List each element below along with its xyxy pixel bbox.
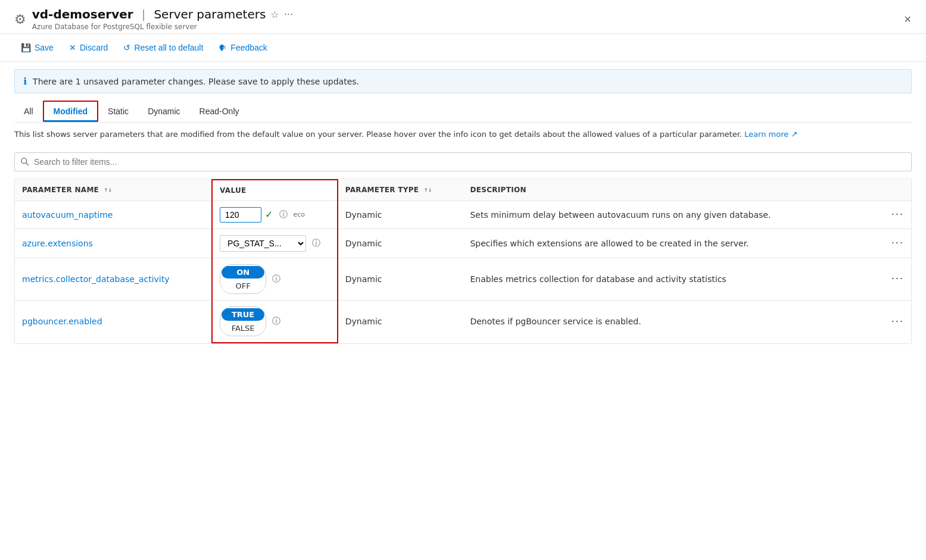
reset-icon: ↺: [123, 43, 130, 52]
value-input-autovacuum[interactable]: [220, 207, 261, 223]
info-banner: ℹ There are 1 unsaved parameter changes.…: [14, 69, 912, 93]
param-link-autovacuum[interactable]: autovacuum_naptime: [22, 210, 113, 220]
table-row: pgbouncer.enabled TRUE FALSE ⓘ Dynamic D…: [15, 300, 911, 343]
more-actions-autovacuum[interactable]: ···: [891, 209, 904, 220]
col-header-value: VALUE: [212, 180, 338, 201]
table-row: metrics.collector_database_activity ON O…: [15, 258, 911, 300]
info-btn-pgbouncer[interactable]: ⓘ: [272, 316, 280, 327]
param-name-metrics: metrics.collector_database_activity: [15, 258, 212, 300]
banner-message: There are 1 unsaved parameter changes. P…: [33, 77, 359, 86]
tabs: All Modified Static Dynamic Read-Only: [14, 101, 912, 123]
title-bar: ⚙ vd-demoserver | Server parameters ☆ ··…: [0, 0, 926, 34]
param-name-extensions: azure.extensions: [15, 229, 212, 258]
more-icon[interactable]: ···: [284, 9, 293, 20]
sort-icon-type[interactable]: ↑↓: [424, 188, 432, 193]
check-icon: ✓: [265, 209, 273, 220]
parameters-table: Parameter name ↑↓ VALUE Parameter type ↑…: [15, 179, 911, 343]
actions-metrics: ···: [858, 258, 911, 300]
sort-icon-param[interactable]: ↑↓: [104, 188, 113, 193]
feedback-label: Feedback: [230, 43, 267, 52]
tab-static[interactable]: Static: [98, 101, 138, 122]
discard-label: Discard: [80, 43, 108, 52]
dropdown-extensions: PG_STAT_S... ⓘ: [220, 235, 330, 252]
search-input[interactable]: [14, 152, 912, 171]
discard-icon: ✕: [69, 43, 76, 52]
tab-all[interactable]: All: [14, 101, 43, 122]
param-name-autovacuum: autovacuum_naptime: [15, 201, 212, 229]
actions-pgbouncer: ···: [858, 300, 911, 343]
description-metrics: Enables metrics collection for database …: [463, 258, 857, 300]
param-type-extensions: Dynamic: [338, 229, 463, 258]
info-icon: ℹ: [23, 76, 27, 87]
content-area: Parameter name ↑↓ VALUE Parameter type ↑…: [0, 152, 926, 344]
save-label: Save: [35, 43, 54, 52]
reset-button[interactable]: ↺ Reset all to default: [117, 39, 210, 57]
toggle-option-on[interactable]: ON: [222, 266, 264, 279]
info-btn-extensions[interactable]: ⓘ: [312, 238, 320, 249]
toggle-true-false-wrapper: TRUE FALSE ⓘ: [220, 306, 330, 336]
more-actions-metrics[interactable]: ···: [891, 273, 904, 284]
toggle-on-off: ON OFF: [220, 264, 266, 294]
table-header-row: Parameter name ↑↓ VALUE Parameter type ↑…: [15, 180, 911, 201]
toggle-on-off-wrapper: ON OFF ⓘ: [220, 264, 330, 294]
feedback-icon: 🗣: [219, 43, 227, 52]
gear-icon: ⚙: [14, 12, 26, 27]
reset-label: Reset all to default: [134, 43, 203, 52]
table-row: azure.extensions PG_STAT_S... ⓘ Dynamic …: [15, 229, 911, 258]
discard-button[interactable]: ✕ Discard: [63, 39, 114, 57]
description-pgbouncer: Denotes if pgBouncer service is enabled.: [463, 300, 857, 343]
star-icon[interactable]: ☆: [270, 9, 279, 20]
tab-readonly[interactable]: Read-Only: [190, 101, 249, 122]
toggle-option-false[interactable]: FALSE: [220, 322, 266, 334]
info-btn-metrics[interactable]: ⓘ: [272, 274, 280, 284]
col-header-actions: [858, 180, 911, 201]
save-icon: 💾: [21, 43, 31, 52]
title-left: ⚙ vd-demoserver | Server parameters ☆ ··…: [14, 7, 293, 31]
col-header-param-name: Parameter name ↑↓: [15, 180, 212, 201]
title-row: vd-demoserver | Server parameters ☆ ··· …: [32, 7, 293, 31]
param-type-metrics: Dynamic: [338, 258, 463, 300]
table-container: Parameter name ↑↓ VALUE Parameter type ↑…: [14, 179, 912, 344]
eco-tag: eco: [294, 211, 305, 218]
tab-dynamic[interactable]: Dynamic: [138, 101, 189, 122]
subtitle: Azure Database for PostgreSQL flexible s…: [32, 23, 293, 31]
title-divider: |: [142, 7, 146, 21]
param-link-metrics[interactable]: metrics.collector_database_activity: [22, 274, 170, 284]
value-cell-extensions: PG_STAT_S... ⓘ: [212, 229, 338, 258]
param-type-autovacuum: Dynamic: [338, 201, 463, 229]
more-actions-pgbouncer[interactable]: ···: [891, 316, 904, 327]
toggle-true-false: TRUE FALSE: [220, 306, 266, 336]
save-button[interactable]: 💾 Save: [14, 39, 60, 57]
num-input-autovacuum: ✓ ⓘ eco: [220, 207, 330, 223]
close-icon[interactable]: ✕: [904, 14, 912, 25]
tab-modified[interactable]: Modified: [43, 101, 99, 122]
page-title: Server parameters: [154, 7, 266, 21]
actions-autovacuum: ···: [858, 201, 911, 229]
param-link-extensions[interactable]: azure.extensions: [22, 239, 93, 248]
value-select-extensions[interactable]: PG_STAT_S...: [220, 235, 306, 252]
toggle-option-true[interactable]: TRUE: [222, 308, 264, 321]
feedback-button[interactable]: 🗣 Feedback: [212, 39, 273, 57]
param-name-pgbouncer: pgbouncer.enabled: [15, 300, 212, 343]
param-link-pgbouncer[interactable]: pgbouncer.enabled: [22, 317, 102, 326]
more-actions-extensions[interactable]: ···: [891, 237, 904, 249]
description-autovacuum: Sets minimum delay between autovacuum ru…: [463, 201, 857, 229]
server-name: vd-demoserver: [32, 7, 133, 21]
search-bar: [14, 152, 912, 171]
title-main-row: vd-demoserver | Server parameters ☆ ···: [32, 7, 293, 21]
value-cell-autovacuum: ✓ ⓘ eco: [212, 201, 338, 229]
tab-description: This list shows server parameters that a…: [14, 123, 912, 145]
tab-description-text: This list shows server parameters that a…: [14, 130, 742, 139]
info-btn-autovacuum[interactable]: ⓘ: [279, 209, 288, 220]
toggle-option-off[interactable]: OFF: [220, 280, 266, 292]
tabs-container: All Modified Static Dynamic Read-Only Th…: [0, 101, 926, 145]
value-cell-pgbouncer: TRUE FALSE ⓘ: [212, 300, 338, 343]
description-extensions: Specifies which extensions are allowed t…: [463, 229, 857, 258]
table-row: autovacuum_naptime ✓ ⓘ eco Dynamic Sets …: [15, 201, 911, 229]
value-cell-metrics: ON OFF ⓘ: [212, 258, 338, 300]
actions-extensions: ···: [858, 229, 911, 258]
col-header-param-type: Parameter type ↑↓: [338, 180, 463, 201]
param-type-pgbouncer: Dynamic: [338, 300, 463, 343]
toolbar: 💾 Save ✕ Discard ↺ Reset all to default …: [0, 34, 926, 62]
learn-more-link[interactable]: Learn more ↗: [744, 130, 797, 139]
